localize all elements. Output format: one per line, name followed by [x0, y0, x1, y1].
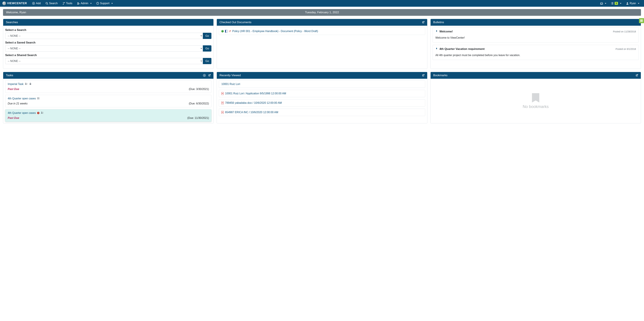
plus-circle-icon — [32, 2, 35, 5]
bookmarks-empty-state: No bookmarks — [432, 80, 639, 122]
task-link[interactable]: 4th Quarter open cases — [8, 112, 36, 115]
undo-icon[interactable]: ↺ — [229, 30, 231, 33]
task-due-date: (Due: 3/30/2021) — [189, 88, 209, 91]
recent-item[interactable]: 654987 ERICA INC / 10/6/2020 12:00:00 AM — [219, 109, 425, 116]
popout-icon[interactable] — [636, 74, 638, 77]
panel-bulletins-header: Bulletins — [430, 19, 641, 26]
nav-user-menu[interactable]: Ryan — [624, 0, 642, 7]
svg-point-3 — [79, 3, 80, 4]
bookmarks-empty-text: No bookmarks — [523, 104, 549, 109]
checked-out-item: ↺ Policy (HR 001 - Employee Handbook) - … — [219, 27, 425, 35]
nav-add[interactable]: Add — [30, 0, 43, 7]
task-item[interactable]: 4th Quarter open cases ! Past Due (Due: … — [5, 109, 212, 122]
nav-tasks[interactable]: 5 — [608, 0, 624, 7]
task-item[interactable]: Imperial Task Past Due (Due: 3/30/2021) — [5, 80, 212, 93]
check-circle-icon — [221, 30, 224, 33]
bulletin-body: Welcome to ViewCenter! — [436, 36, 636, 39]
select-shared-search-dropdown[interactable]: -- NONE -- — [5, 58, 203, 64]
grid-icon — [640, 19, 643, 22]
brand-logo[interactable]: VIEWCENTER — [2, 2, 27, 5]
users-icon — [25, 83, 28, 86]
recent-item[interactable]: 789456 yabadaba doo / 10/6/2020 12:00:00… — [219, 99, 425, 107]
svg-rect-15 — [642, 21, 643, 22]
select-search-go-button[interactable]: Go — [203, 33, 212, 39]
top-navbar: VIEWCENTER Add Search Tools Admin ? Supp… — [0, 0, 644, 7]
panel-searches: Searches Select a Search -- NONE -- Go S… — [3, 19, 214, 69]
recent-item[interactable]: 10001 Ruiz Lori / Application 9/5/1998 1… — [219, 90, 425, 97]
task-status: Past Due — [8, 88, 19, 91]
task-status: Past Due — [8, 117, 19, 120]
checked-out-link[interactable]: Policy (HR 001 - Employee Handbook) - Do… — [232, 30, 318, 33]
bulletin-title: 4th Quarter Vacation requirement — [440, 47, 484, 51]
svg-point-18 — [26, 83, 27, 84]
svg-point-1 — [46, 2, 48, 4]
users-icon — [41, 112, 44, 115]
task-item[interactable]: 4th Quarter open cases Due in 21 weeks (… — [5, 95, 212, 107]
svg-rect-7 — [640, 20, 641, 20]
word-file-icon — [225, 30, 227, 33]
panel-checked-out: Checked Out Documents ↺ Policy (HR 001 -… — [216, 19, 427, 69]
svg-point-22 — [41, 112, 42, 113]
task-status: Due in 21 weeks — [8, 102, 28, 105]
users-icon — [37, 97, 40, 100]
tools-icon — [62, 2, 65, 5]
popout-icon[interactable] — [208, 74, 211, 77]
recent-link[interactable]: 654987 ERICA INC / 10/6/2020 12:00:00 AM — [225, 111, 278, 114]
svg-rect-9 — [642, 20, 643, 20]
bulletin-item: Welcome! Posted on 11/28/2018 Welcome to… — [432, 27, 639, 43]
nav-support[interactable]: ? Support — [94, 0, 115, 7]
inbox-icon — [600, 2, 603, 5]
admin-icon — [77, 2, 80, 5]
add-task-icon[interactable] — [203, 74, 206, 77]
panel-recently-viewed: Recently Viewed 10001 Ruiz Lori10001 Rui… — [216, 72, 427, 123]
bulletin-date: Posted on 11/28/2018 — [613, 30, 636, 33]
select-search-label: Select a Search — [5, 28, 212, 32]
select-saved-search-go-button[interactable]: Go — [203, 45, 212, 52]
select-saved-search-label: Select a Saved Search — [5, 41, 212, 44]
svg-rect-14 — [641, 21, 642, 22]
welcome-bar: Welcome, Ryan Tuesday, February 1, 2022 — [3, 9, 641, 16]
svg-rect-10 — [640, 20, 641, 21]
svg-point-23 — [42, 112, 44, 113]
select-shared-search-go-button[interactable]: Go — [203, 58, 212, 64]
recent-link[interactable]: 789456 yabadaba doo / 10/6/2020 12:00:00… — [225, 101, 282, 104]
nav-admin[interactable]: Admin — [75, 0, 94, 7]
recent-link[interactable]: 10001 Ruiz Lori — [221, 83, 240, 86]
task-link[interactable]: 4th Quarter open cases — [8, 97, 36, 100]
brand-text-rest: CENTER — [14, 2, 27, 5]
bulletin-body: All 4th quarter project must be complete… — [436, 54, 636, 57]
globe-icon — [2, 2, 6, 5]
panel-recently-viewed-header: Recently Viewed — [217, 72, 427, 79]
recent-link[interactable]: 10001 Ruiz Lori / Application 9/5/1998 1… — [225, 92, 286, 95]
nav-tools[interactable]: Tools — [60, 0, 75, 7]
panel-bookmarks: Bookmarks No bookmarks — [430, 72, 641, 123]
select-shared-search-label: Select a Shared Search — [5, 54, 212, 57]
dashboard-widgets-button[interactable] — [639, 18, 644, 23]
welcome-greeting: Welcome, Ryan — [6, 11, 26, 14]
bookmark-icon — [532, 93, 539, 103]
select-search-dropdown[interactable]: -- NONE -- — [5, 33, 203, 39]
popout-icon[interactable] — [422, 74, 424, 77]
brand-text-bold: VIEW — [7, 2, 14, 5]
welcome-date: Tuesday, February 1, 2022 — [26, 11, 618, 14]
pin-icon — [436, 48, 438, 51]
task-link[interactable]: Imperial Task — [8, 83, 24, 86]
svg-text:?: ? — [97, 3, 98, 4]
panel-bulletins: Bulletins Welcome! Posted on 11/28/2018 … — [430, 19, 641, 69]
panel-checked-out-header: Checked Out Documents — [217, 19, 427, 26]
svg-point-20 — [38, 97, 38, 98]
select-saved-search-dropdown[interactable]: -- NONE -- — [5, 45, 203, 52]
nav-inbox[interactable] — [598, 0, 608, 7]
alert-icon: ! — [37, 112, 40, 114]
panel-tasks: Tasks Imperial Task Past Due (Due: 3/30/… — [3, 72, 214, 123]
dashboard-grid: Searches Select a Search -- NONE -- Go S… — [0, 16, 644, 126]
pin-icon — [436, 30, 438, 33]
lock-icon — [29, 83, 32, 86]
nav-search[interactable]: Search — [43, 0, 60, 7]
help-icon: ? — [96, 2, 99, 5]
svg-rect-8 — [641, 20, 642, 20]
popout-icon[interactable] — [422, 21, 424, 24]
list-icon — [611, 2, 614, 5]
recent-item[interactable]: 10001 Ruiz Lori — [219, 80, 425, 88]
svg-rect-12 — [642, 20, 643, 21]
